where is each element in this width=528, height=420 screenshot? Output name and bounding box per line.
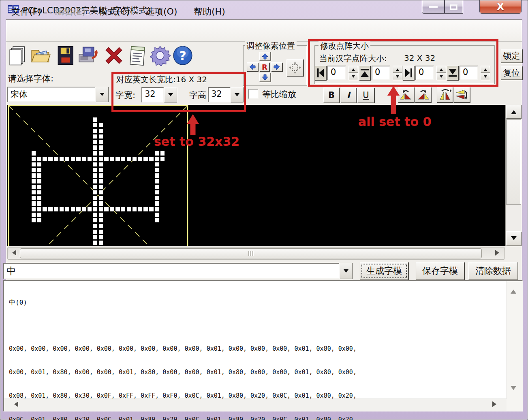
flip-vertical-button[interactable] — [454, 87, 470, 102]
hscroll-thumb[interactable] — [20, 248, 482, 258]
new-file-button[interactable] — [6, 44, 28, 67]
arrow-left-icon — [249, 63, 256, 70]
font-combobox[interactable]: 宋体 — [7, 87, 109, 102]
output-header: 中(0) — [9, 298, 503, 306]
rotate-left-icon — [400, 89, 413, 101]
annotation-box-matrix — [308, 39, 498, 87]
hex-line: 0x00, 0x00, 0x00, 0x00, 0x00, 0x00, 0x00… — [9, 345, 503, 353]
annotation-arrow-up — [187, 114, 199, 135]
minimize-icon — [429, 6, 438, 8]
move-left-button[interactable] — [247, 62, 258, 71]
scroll-up-button[interactable] — [511, 287, 516, 296]
menu-file[interactable]: 文件(F) — [9, 5, 44, 19]
delete-x-icon — [103, 45, 124, 66]
move-up-button[interactable] — [259, 52, 271, 61]
char-combobox-dropdown[interactable] — [340, 263, 353, 279]
arrow-up-icon — [511, 107, 517, 114]
menu-options[interactable]: 选项(O) — [143, 5, 180, 19]
save-file-button[interactable] — [54, 44, 76, 67]
annotation-box-char-size — [111, 72, 246, 112]
move-down-button[interactable] — [259, 73, 271, 82]
menu-edit[interactable]: 编辑(E) — [53, 5, 88, 19]
vscroll-thumb[interactable] — [506, 119, 521, 205]
export-file-button[interactable] — [78, 44, 100, 67]
lock-button[interactable]: 锁定 — [501, 49, 522, 63]
char-combobox[interactable]: 中 — [3, 263, 353, 279]
char-input[interactable]: 中 — [3, 263, 340, 279]
underline-button[interactable]: U — [357, 87, 374, 103]
italic-button[interactable]: I — [341, 87, 356, 103]
scroll-left-button[interactable] — [9, 250, 18, 256]
rotate-left-button[interactable] — [398, 87, 414, 102]
arrow-up-icon — [261, 53, 269, 60]
annotation-arrow-up — [387, 86, 400, 114]
scroll-right-button[interactable] — [490, 401, 499, 407]
scroll-left-button[interactable] — [11, 401, 20, 407]
notepad-icon — [128, 45, 147, 66]
settings-button[interactable] — [149, 44, 171, 67]
canvas-vscrollbar[interactable] — [505, 105, 521, 246]
menu-help[interactable]: 帮助(H) — [191, 5, 228, 19]
close-icon: X — [497, 2, 504, 12]
notes-button[interactable] — [126, 44, 148, 67]
move-right-button[interactable] — [271, 62, 282, 71]
scrollbar-corner — [507, 399, 522, 411]
pixel-position-title: 调整像素位置 — [245, 41, 297, 51]
delete-button[interactable] — [103, 44, 125, 67]
arrow-right-icon — [492, 401, 499, 407]
focus-rect — [361, 264, 407, 278]
arrow-down-icon — [511, 386, 516, 393]
minimize-button[interactable] — [422, 0, 445, 14]
scroll-right-button[interactable] — [493, 250, 502, 256]
reset-position-button[interactable]: R — [260, 62, 269, 71]
bold-button[interactable]: B — [323, 87, 340, 103]
thumb-grip — [250, 251, 251, 256]
output-hscrollbar[interactable] — [4, 399, 507, 411]
arrow-up-icon — [511, 287, 516, 294]
arrow-left-icon — [11, 401, 18, 407]
close-button[interactable]: X — [479, 0, 522, 14]
clear-data-button[interactable]: 清除数据 — [468, 262, 518, 280]
menu-mode[interactable]: 模式(C) — [96, 5, 133, 19]
arrow-down-icon — [511, 236, 517, 243]
new-file-icon — [7, 45, 28, 66]
scroll-down-button[interactable] — [506, 231, 521, 246]
help-button[interactable]: ? — [172, 44, 194, 67]
chevron-down-icon — [100, 93, 105, 98]
fit-square-icon — [288, 61, 302, 75]
svg-text:?: ? — [179, 48, 186, 63]
thumb-grip — [252, 251, 253, 256]
gear-icon — [150, 45, 171, 66]
maximize-icon — [450, 4, 457, 10]
maximize-button[interactable] — [445, 0, 463, 14]
rotate-right-icon — [417, 89, 430, 101]
canvas-hscrollbar[interactable] — [7, 247, 505, 260]
hex-line: 0x0C, 0x01, 0x80, 0x20, 0x0C, 0x01, 0x80… — [9, 416, 503, 420]
output-vscrollbar[interactable] — [507, 281, 522, 399]
scale-checkbox[interactable] — [248, 89, 259, 99]
font-combobox-value: 宋体 — [7, 87, 96, 102]
reset-button[interactable]: 复位 — [501, 66, 522, 80]
font-select-label: 请选择字体: — [8, 73, 53, 84]
arrow-down-icon — [261, 74, 269, 81]
font-combobox-dropdown[interactable] — [96, 87, 109, 102]
chevron-down-icon — [344, 269, 348, 275]
save-floppy-icon — [56, 45, 75, 66]
open-file-button[interactable] — [30, 44, 52, 67]
flip-horizontal-button[interactable] — [437, 87, 453, 102]
annotation-all-zero: all set to 0 — [358, 115, 432, 129]
flip-horizontal-icon — [438, 89, 451, 101]
arrow-left-icon — [9, 250, 16, 256]
scale-checkbox-label: 等比缩放 — [262, 89, 296, 100]
thumb-grip — [248, 251, 249, 256]
rotate-right-button[interactable] — [415, 87, 431, 102]
output-area[interactable]: 中(0) 0x00, 0x00, 0x00, 0x00, 0x00, 0x00,… — [3, 280, 523, 411]
scroll-down-button[interactable] — [511, 384, 516, 393]
scroll-up-button[interactable] — [506, 105, 521, 119]
generate-button[interactable]: 生成字模 — [360, 262, 408, 280]
arrow-right-icon — [495, 250, 502, 256]
flip-vertical-icon — [455, 89, 468, 101]
menubar — [6, 20, 522, 41]
center-fit-button[interactable] — [286, 59, 304, 76]
save-matrix-button[interactable]: 保存字模 — [416, 262, 464, 280]
